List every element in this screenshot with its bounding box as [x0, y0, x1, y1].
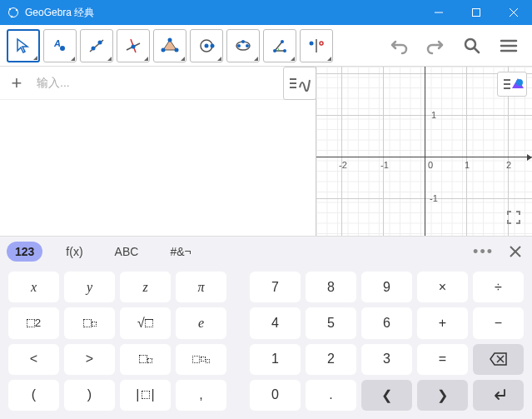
x-tick: -1	[380, 160, 389, 170]
svg-point-28	[283, 49, 286, 52]
key-pi[interactable]: π	[176, 272, 226, 302]
menu-button[interactable]	[492, 29, 525, 62]
svg-point-21	[205, 43, 209, 47]
x-tick: 0	[428, 160, 433, 170]
tool-polygon[interactable]	[153, 29, 186, 62]
y-axis	[425, 67, 425, 236]
key-6[interactable]: 6	[361, 307, 412, 338]
algebra-input[interactable]: 输入...	[33, 76, 316, 91]
tool-reflect[interactable]	[300, 29, 333, 62]
svg-point-18	[175, 47, 179, 52]
key-right[interactable]: ❯	[417, 380, 468, 411]
tool-circle[interactable]	[190, 29, 223, 62]
key-plus[interactable]: +	[417, 307, 468, 338]
key-lte[interactable]	[120, 344, 171, 375]
key-x[interactable]: x	[8, 272, 59, 302]
tab-symbols[interactable]: #&¬	[162, 242, 199, 262]
y-tick: -1	[430, 193, 438, 203]
key-5[interactable]: 5	[306, 307, 356, 338]
tool-angle[interactable]	[263, 29, 296, 62]
algebra-view-options[interactable]	[283, 67, 316, 100]
key-4[interactable]: 4	[250, 307, 301, 338]
tab-abc[interactable]: ABC	[107, 242, 147, 262]
keyboard-tabs: 123 f(x) ABC #&¬ •••	[0, 237, 532, 267]
svg-point-22	[211, 43, 215, 47]
svg-point-26	[241, 40, 245, 43]
key-z[interactable]: z	[120, 272, 171, 302]
svg-text:A: A	[53, 38, 61, 48]
key-2[interactable]: 2	[306, 344, 356, 375]
key-lt[interactable]: <	[8, 344, 59, 375]
key-equals[interactable]: =	[417, 344, 468, 375]
tool-ellipse[interactable]	[226, 29, 260, 62]
key-left[interactable]: ❮	[361, 380, 412, 411]
undo-button[interactable]	[382, 29, 415, 62]
svg-line-34	[475, 48, 479, 52]
tab-123[interactable]: 123	[7, 242, 42, 262]
svg-point-29	[281, 40, 284, 43]
window-title: GeoGebra 经典	[25, 6, 420, 20]
key-minus[interactable]: −	[473, 307, 524, 338]
key-gte[interactable]	[176, 344, 226, 375]
key-backspace[interactable]	[473, 344, 524, 375]
tool-move[interactable]	[7, 29, 40, 62]
redo-button[interactable]	[419, 29, 452, 62]
svg-point-19	[162, 47, 166, 52]
search-button[interactable]	[455, 29, 489, 62]
keyboard-more-button[interactable]: •••	[473, 243, 494, 261]
y-tick: 1	[431, 110, 436, 120]
key-0[interactable]: 0	[250, 380, 301, 411]
keyboard-close-button[interactable]	[509, 245, 525, 258]
key-lparen[interactable]: (	[8, 380, 59, 411]
svg-point-12	[98, 40, 102, 44]
title-bar: GeoGebra 经典	[0, 0, 532, 25]
key-multiply[interactable]: ×	[417, 272, 468, 302]
svg-point-11	[92, 46, 96, 50]
key-y[interactable]: y	[64, 272, 115, 302]
x-tick: -2	[339, 160, 347, 170]
key-abs[interactable]: ||	[120, 380, 171, 411]
key-8[interactable]: 8	[306, 272, 356, 302]
svg-point-1	[9, 8, 11, 10]
app-logo-icon	[7, 6, 20, 19]
key-3[interactable]: 3	[361, 344, 412, 375]
svg-point-31	[310, 41, 314, 45]
svg-point-3	[11, 16, 12, 17]
key-e[interactable]: e	[176, 307, 226, 338]
svg-point-2	[16, 9, 17, 11]
key-enter[interactable]	[473, 380, 524, 411]
key-dot[interactable]: .	[306, 380, 356, 411]
svg-point-25	[246, 44, 249, 47]
key-9[interactable]: 9	[361, 272, 412, 302]
key-power[interactable]	[64, 307, 115, 338]
x-tick: 2	[506, 160, 511, 170]
key-comma[interactable]: ,	[176, 380, 226, 411]
graphics-view[interactable]: -2 -1 0 1 2 1 -1	[316, 67, 532, 236]
main-area: + 输入... -2 -1 0 1 2 1 -1	[0, 67, 532, 236]
key-divide[interactable]: ÷	[473, 272, 524, 302]
close-button[interactable]	[495, 0, 532, 25]
svg-point-17	[168, 37, 172, 42]
key-square[interactable]: 2	[8, 307, 59, 338]
input-row: + 输入...	[0, 67, 316, 100]
maximize-button[interactable]	[457, 0, 495, 25]
tool-perpendicular[interactable]	[117, 29, 150, 62]
key-1[interactable]: 1	[250, 344, 301, 375]
tab-fx[interactable]: f(x)	[57, 242, 91, 262]
x-tick: 1	[465, 160, 470, 170]
tool-point[interactable]: A	[43, 29, 77, 62]
key-rparen[interactable]: )	[64, 380, 115, 411]
key-7[interactable]: 7	[250, 272, 301, 302]
fullscreen-button[interactable]	[502, 206, 525, 229]
graphics-style-button[interactable]	[497, 72, 527, 97]
minimize-button[interactable]	[420, 0, 457, 25]
keyboard-grid: x y z π 7 8 9 × ÷ 2 √ e 4 5 6 + − < > 1 …	[0, 267, 532, 419]
algebra-view: + 输入...	[0, 67, 316, 236]
key-gt[interactable]: >	[64, 344, 115, 375]
add-icon: +	[0, 72, 33, 94]
virtual-keyboard: 123 f(x) ABC #&¬ ••• x y z π 7 8 9 × ÷ 2…	[0, 236, 532, 419]
tool-line[interactable]	[80, 29, 113, 62]
toolbar: A	[0, 25, 532, 67]
svg-point-27	[273, 49, 276, 52]
key-sqrt[interactable]: √	[120, 307, 171, 338]
